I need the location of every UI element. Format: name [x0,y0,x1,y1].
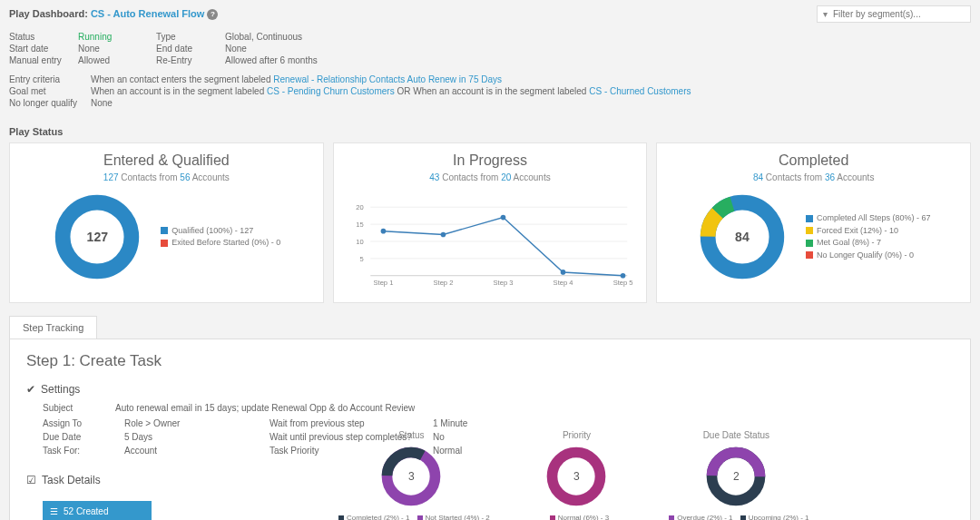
type-label: Type [156,32,220,42]
filter-icon: ▾ [823,9,828,19]
checkbox-icon: ☑ [26,474,36,486]
entered-legend: Qualified (100%) - 127 Exited Before Sta… [161,225,280,250]
step-panel: Step 1: Create Task ✔ Settings Subject A… [9,338,971,520]
play-name-link[interactable]: CS - Auto Renewal Flow [91,8,205,19]
mini-center: 2 [704,445,768,508]
mini-center: 3 [379,445,443,508]
donut-center-value: 84 [697,191,788,282]
nolonger-label: No longer qualify [9,98,80,108]
entry-segment-link[interactable]: Renewal - Relationship Contacts Auto Ren… [273,74,502,84]
mini-legend: Completed (2%) - 1 Not Started (4%) - 2 [333,514,490,520]
wait-label: Wait from previous step [270,418,424,428]
assign-label: Assign To [43,418,115,428]
mini-chart-priority: Priority 3 Normal (6%) - 3 [544,430,609,520]
svg-point-11 [440,232,446,238]
manual-value: Allowed [78,55,151,65]
status-value: Running [78,32,151,42]
card-title: Completed [668,152,959,169]
mini-legend: Overdue (2%) - 1 Upcoming (2%) - 1 [663,514,808,520]
nolonger-value: None [91,98,113,108]
svg-point-10 [380,229,386,234]
help-icon[interactable]: ? [207,9,218,20]
svg-text:Step 1: Step 1 [373,279,393,287]
card-completed: Completed 84 Contacts from 36 Accounts 8… [656,142,971,303]
status-label: Status [9,32,73,42]
segment-filter[interactable]: ▾ [817,5,971,23]
card-subcount: 84 Contacts from 36 Accounts [668,172,959,182]
play-meta: Status Running Type Global, Continuous S… [0,28,980,119]
mini-legend: Normal (6%) - 3 [544,514,609,520]
goal-text: When an account is in the segment labele… [91,86,691,96]
svg-text:15: 15 [356,221,363,229]
inprogress-line-chart: 20 15 10 5 Step 1 Step 2 Step 3 Step 4 S… [345,191,636,291]
card-in-progress: In Progress 43 Contacts from 20 Accounts… [333,142,648,303]
svg-point-12 [500,215,505,221]
tab-step-tracking[interactable]: Step Tracking [9,316,97,338]
step-title: Step 1: Create Task [26,352,954,370]
mini-chart-status: Status 3 Completed (2%) - 1 Not Started … [333,430,490,520]
page-title: Play Dashboard: CS - Auto Renewal Flow ? [9,8,218,20]
completed-legend: Completed All Steps (80%) - 67 Forced Ex… [806,212,931,261]
startdate-label: Start date [9,44,73,54]
taskfor-value: Account [124,446,260,456]
list-icon: ☰ [50,506,58,516]
created-button[interactable]: ☰52 Created [43,501,152,520]
mini-center: 3 [544,445,608,508]
svg-text:20: 20 [356,203,363,211]
segment-filter-input[interactable] [833,9,960,19]
assign-value: Role > Owner [124,418,260,428]
due-label: Due Date [43,432,115,442]
entered-donut-chart: 127 [52,191,142,282]
card-title: In Progress [345,152,636,169]
enddate-value: None [225,44,407,54]
check-icon: ✔ [26,383,35,396]
card-entered-qualified: Entered & Qualified 127 Contacts from 56… [9,142,324,303]
card-title: Entered & Qualified [21,152,312,169]
completed-donut-chart: 84 [697,191,788,282]
goal-label: Goal met [9,86,80,96]
subject-value: Auto renewal email in 15 days; update Re… [115,403,954,413]
mini-chart-duedate: Due Date Status 2 Overdue (2%) - 1 Upcom… [663,430,808,520]
startdate-value: None [78,44,151,54]
goal-link-1[interactable]: CS - Pending Churn Customers [267,86,395,96]
dashboard-label: Play Dashboard: [9,8,88,19]
type-value: Global, Continuous [225,32,407,42]
goal-link-2[interactable]: CS - Churned Customers [589,86,691,96]
svg-text:Step 2: Step 2 [433,279,453,287]
svg-point-13 [560,270,565,275]
enddate-label: End date [156,44,220,54]
entry-criteria-label: Entry criteria [9,74,80,84]
reentry-label: Re-Entry [156,55,220,65]
svg-text:Step 5: Step 5 [612,279,632,287]
svg-text:5: 5 [359,255,363,263]
entry-criteria-text: When an contact enters the segment label… [91,74,502,84]
wait-value: 1 Minute [433,418,505,428]
settings-heading[interactable]: ✔ Settings [26,383,954,396]
due-value: 5 Days [124,432,260,442]
svg-point-14 [620,273,625,279]
card-subcount: 43 Contacts from 20 Accounts [345,172,636,182]
card-subcount: 127 Contacts from 56 Accounts [21,172,312,182]
subject-label: Subject [43,403,115,413]
donut-center-value: 127 [52,191,142,282]
svg-text:10: 10 [356,238,363,246]
svg-text:Step 3: Step 3 [493,279,513,287]
taskfor-label: Task For: [43,446,115,456]
play-status-heading: Play Status [9,126,980,137]
manual-label: Manual entry [9,55,73,65]
svg-text:Step 4: Step 4 [553,279,573,287]
reentry-value: Allowed after 6 months [225,55,407,65]
